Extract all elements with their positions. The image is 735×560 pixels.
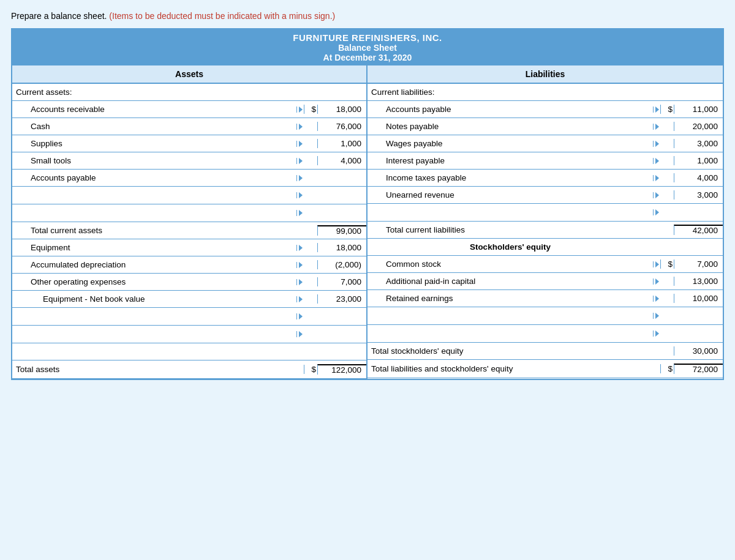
arrow-icon [296,331,304,337]
cell-value: 30,000 [674,346,723,356]
arrow-icon [296,279,304,285]
arrow-icon [296,141,304,147]
row-label: Wages payable [368,136,653,151]
table-row: Notes payable 20,000 [368,118,723,135]
arrow-icon [653,106,660,113]
intro-main: Prepare a balance sheet. [11,11,107,21]
cell-value: 13,000 [674,277,723,286]
empty-row [368,307,723,325]
arrow-icon [296,313,304,319]
arrow-icon [296,158,304,164]
table-row: Accounts receivable $ 18,000 [12,101,366,118]
cell-value: 3,000 [674,139,723,148]
cell-value: 23,000 [317,294,366,304]
total-liabilities-equity-label: Total liabilities and stockholders' equi… [368,362,653,376]
cell-value: (2,000) [317,260,366,269]
equity-header-label: Stockholders' equity [368,240,653,254]
row-label: Small tools [12,154,296,168]
cell-value: 18,000 [317,105,366,114]
empty-row [12,308,366,326]
cell-value: 1,000 [674,156,723,165]
cell-value: 10,000 [674,294,723,303]
arrow-icon [653,192,660,198]
table-row: Common stock $ 7,000 [368,256,723,273]
dollar-sign: $ [304,105,317,114]
arrow-icon [653,330,660,337]
dollar-sign: $ [660,105,674,114]
row-label: Supplies [12,136,296,151]
arrow-icon [653,261,660,267]
arrow-icon [653,175,660,181]
row-label: Equipment [12,241,296,255]
row-label: Common stock [368,257,653,271]
total-current-liabilities-row: Total current liabilities 42,000 [368,222,723,239]
intro-note: (Items to be deducted must be indicated … [109,11,335,21]
arrow-icon [653,278,660,285]
body-section: Current assets: Accounts receivable $ 18… [12,84,723,379]
empty-row [12,187,366,204]
cell-value: 7,000 [317,277,366,286]
arrow-icon [653,209,660,215]
total-liabilities-equity-row: Total liabilities and stockholders' equi… [368,360,723,378]
arrow-icon [653,124,660,130]
current-liabilities-label: Current liabilities: [368,84,723,101]
row-label: Accounts payable [12,171,296,185]
cell-value: 3,000 [674,190,723,200]
table-row: Accounts payable $ 11,000 [368,101,723,118]
total-assets-label: Total assets [12,362,296,376]
total-label: Total current liabilities [368,223,653,237]
table-row: Accounts payable [12,170,366,187]
row-label: Additional paid-in capital [368,274,653,288]
row-label: Accounts payable [368,102,653,116]
current-assets-label: Current assets: [12,84,366,101]
row-label: Interest payable [368,154,653,168]
cell-value: 122,000 [317,364,366,375]
cell-value: 1,000 [317,139,366,148]
cell-value: 4,000 [674,173,723,182]
row-label: Other operating expenses [12,275,296,289]
cell-value: 4,000 [317,156,366,165]
sheet-date: At December 31, 2020 [12,53,723,62]
left-pane: Current assets: Accounts receivable $ 18… [12,84,368,379]
arrow-icon [296,245,304,251]
arrow-icon [296,210,304,216]
table-row: Supplies 1,000 [12,135,366,152]
intro-text: Prepare a balance sheet. (Items to be de… [11,11,724,21]
table-row: Equipment 18,000 [12,239,366,256]
total-current-assets-row: Total current assets 99,000 [12,222,366,239]
arrow-icon [653,296,660,302]
cell-value: 7,000 [674,259,723,269]
total-assets-row: Total assets $ 122,000 [12,360,366,379]
row-label: Accounts receivable [12,102,296,116]
sheet-title: Balance Sheet [12,43,723,53]
empty-row [368,325,723,343]
cell-value: 99,000 [317,225,366,236]
arrow-icon [296,106,304,113]
empty-row [12,343,366,360]
empty-row [12,204,366,222]
cell-value: 18,000 [317,243,366,252]
empty-row [368,204,723,222]
dollar-sign: $ [660,364,674,373]
cell-value: 20,000 [674,122,723,131]
cell-value: 72,000 [674,364,723,374]
table-row: Retained earnings 10,000 [368,290,723,307]
stockholders-equity-header: Stockholders' equity [368,239,723,256]
empty-row [12,326,366,343]
table-row: Equipment - Net book value 23,000 [12,291,366,308]
table-row: Cash 76,000 [12,118,366,135]
dollar-sign: $ [304,365,317,374]
arrow-icon [296,192,304,198]
cell-value: 76,000 [317,122,366,131]
arrow-icon [296,296,304,302]
total-equity-label: Total stockholders' equity [368,344,653,358]
arrow-icon [653,141,660,147]
row-label: Retained earnings [368,291,653,305]
row-label: Accumulated depreciation [12,258,296,272]
liabilities-header: Liabilities [368,65,723,83]
sheet-header: FURNITURE REFINISHERS, INC. Balance Shee… [12,29,723,65]
company-name: FURNITURE REFINISHERS, INC. [12,32,723,43]
row-label: Notes payable [368,119,653,133]
table-row: Unearned revenue 3,000 [368,187,723,204]
row-label: Equipment - Net book value [12,292,296,306]
